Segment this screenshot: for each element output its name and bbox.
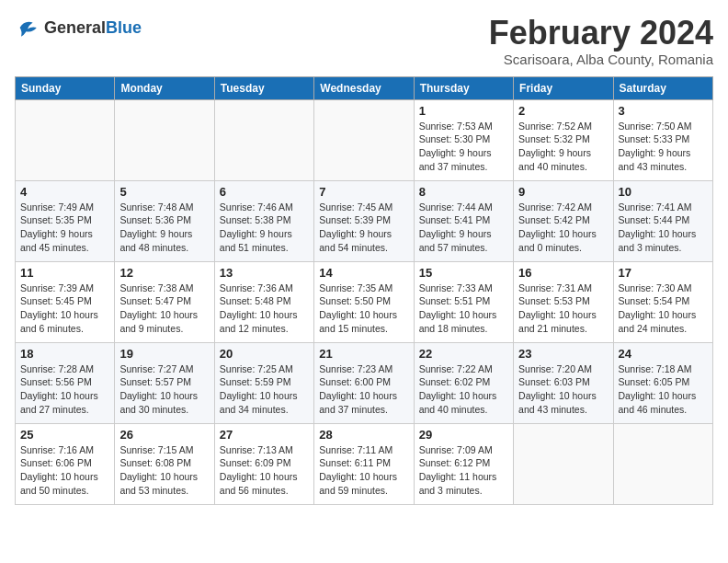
day-info: Sunrise: 7:11 AMSunset: 6:11 PMDaylight:… xyxy=(319,443,408,498)
day-number: 5 xyxy=(119,185,209,199)
calendar-cell: 24Sunrise: 7:18 AMSunset: 6:05 PMDayligh… xyxy=(613,342,712,423)
weekday-header-monday: Monday xyxy=(115,76,214,99)
day-info: Sunrise: 7:16 AMSunset: 6:06 PMDaylight:… xyxy=(20,443,109,498)
day-number: 12 xyxy=(119,266,209,280)
day-info: Sunrise: 7:15 AMSunset: 6:08 PMDaylight:… xyxy=(119,443,209,498)
logo-general: General xyxy=(44,18,106,38)
calendar-cell: 22Sunrise: 7:22 AMSunset: 6:02 PMDayligh… xyxy=(414,342,513,423)
day-number: 10 xyxy=(619,185,708,199)
calendar-cell: 11Sunrise: 7:39 AMSunset: 5:45 PMDayligh… xyxy=(16,261,115,342)
day-number: 18 xyxy=(20,347,109,361)
calendar-cell: 28Sunrise: 7:11 AMSunset: 6:11 PMDayligh… xyxy=(314,423,414,504)
calendar-cell: 10Sunrise: 7:41 AMSunset: 5:44 PMDayligh… xyxy=(613,180,712,261)
calendar-cell: 17Sunrise: 7:30 AMSunset: 5:54 PMDayligh… xyxy=(613,261,712,342)
title-section: February 2024 Scarisoara, Alba County, R… xyxy=(489,15,713,67)
day-info: Sunrise: 7:33 AMSunset: 5:51 PMDaylight:… xyxy=(419,282,508,336)
day-number: 1 xyxy=(419,104,508,118)
calendar-cell: 8Sunrise: 7:44 AMSunset: 5:41 PMDaylight… xyxy=(414,180,513,261)
day-number: 7 xyxy=(319,185,408,199)
day-number: 23 xyxy=(518,347,608,361)
day-number: 3 xyxy=(619,104,708,118)
day-info: Sunrise: 7:28 AMSunset: 5:56 PMDaylight:… xyxy=(20,362,109,417)
day-info: Sunrise: 7:31 AMSunset: 5:53 PMDaylight:… xyxy=(518,282,608,336)
calendar-cell: 13Sunrise: 7:36 AMSunset: 5:48 PMDayligh… xyxy=(214,261,313,342)
day-info: Sunrise: 7:46 AMSunset: 5:38 PMDaylight:… xyxy=(220,201,309,255)
day-info: Sunrise: 7:50 AMSunset: 5:33 PMDaylight:… xyxy=(619,120,708,174)
calendar-cell xyxy=(514,423,613,504)
calendar-cell xyxy=(115,99,214,180)
day-number: 16 xyxy=(518,266,608,280)
calendar-cell: 23Sunrise: 7:20 AMSunset: 6:03 PMDayligh… xyxy=(514,342,613,423)
day-number: 25 xyxy=(20,428,109,442)
day-info: Sunrise: 7:52 AMSunset: 5:32 PMDaylight:… xyxy=(518,120,608,174)
calendar-cell xyxy=(314,99,414,180)
day-info: Sunrise: 7:39 AMSunset: 5:45 PMDaylight:… xyxy=(20,282,109,336)
calendar-cell xyxy=(16,99,115,180)
calendar-cell: 7Sunrise: 7:45 AMSunset: 5:39 PMDaylight… xyxy=(314,180,414,261)
calendar-cell: 2Sunrise: 7:52 AMSunset: 5:32 PMDaylight… xyxy=(514,99,613,180)
calendar-cell xyxy=(214,99,313,180)
calendar-cell: 27Sunrise: 7:13 AMSunset: 6:09 PMDayligh… xyxy=(214,423,313,504)
week-row-3: 11Sunrise: 7:39 AMSunset: 5:45 PMDayligh… xyxy=(16,261,713,342)
week-row-5: 25Sunrise: 7:16 AMSunset: 6:06 PMDayligh… xyxy=(16,423,713,504)
day-info: Sunrise: 7:44 AMSunset: 5:41 PMDaylight:… xyxy=(419,201,508,255)
calendar-cell: 20Sunrise: 7:25 AMSunset: 5:59 PMDayligh… xyxy=(214,342,313,423)
weekday-header-wednesday: Wednesday xyxy=(314,76,414,99)
day-info: Sunrise: 7:30 AMSunset: 5:54 PMDaylight:… xyxy=(619,282,708,336)
weekday-header-tuesday: Tuesday xyxy=(214,76,313,99)
weekday-header-thursday: Thursday xyxy=(414,76,513,99)
calendar-cell: 15Sunrise: 7:33 AMSunset: 5:51 PMDayligh… xyxy=(414,261,513,342)
calendar-cell: 5Sunrise: 7:48 AMSunset: 5:36 PMDaylight… xyxy=(115,180,214,261)
day-info: Sunrise: 7:48 AMSunset: 5:36 PMDaylight:… xyxy=(119,201,209,255)
day-number: 2 xyxy=(518,104,608,118)
calendar-cell: 26Sunrise: 7:15 AMSunset: 6:08 PMDayligh… xyxy=(115,423,214,504)
day-info: Sunrise: 7:22 AMSunset: 6:02 PMDaylight:… xyxy=(419,362,508,417)
day-info: Sunrise: 7:41 AMSunset: 5:44 PMDaylight:… xyxy=(619,201,708,255)
calendar-cell: 9Sunrise: 7:42 AMSunset: 5:42 PMDaylight… xyxy=(514,180,613,261)
location-title: Scarisoara, Alba County, Romania xyxy=(489,52,713,67)
day-number: 29 xyxy=(419,428,508,442)
calendar-cell: 29Sunrise: 7:09 AMSunset: 6:12 PMDayligh… xyxy=(414,423,513,504)
logo: GeneralBlue xyxy=(15,15,142,40)
day-number: 15 xyxy=(419,266,508,280)
day-info: Sunrise: 7:18 AMSunset: 6:05 PMDaylight:… xyxy=(619,362,708,417)
weekday-header-saturday: Saturday xyxy=(613,76,712,99)
month-title: February 2024 xyxy=(489,15,713,52)
day-info: Sunrise: 7:36 AMSunset: 5:48 PMDaylight:… xyxy=(220,282,309,336)
day-number: 28 xyxy=(319,428,408,442)
calendar-cell: 19Sunrise: 7:27 AMSunset: 5:57 PMDayligh… xyxy=(115,342,214,423)
day-number: 22 xyxy=(419,347,508,361)
calendar-cell: 16Sunrise: 7:31 AMSunset: 5:53 PMDayligh… xyxy=(514,261,613,342)
weekday-header-sunday: Sunday xyxy=(16,76,115,99)
calendar-cell: 1Sunrise: 7:53 AMSunset: 5:30 PMDaylight… xyxy=(414,99,513,180)
calendar-cell: 12Sunrise: 7:38 AMSunset: 5:47 PMDayligh… xyxy=(115,261,214,342)
logo-icon xyxy=(15,15,40,40)
calendar-cell: 6Sunrise: 7:46 AMSunset: 5:38 PMDaylight… xyxy=(214,180,313,261)
day-number: 26 xyxy=(119,428,209,442)
day-number: 21 xyxy=(319,347,408,361)
day-number: 6 xyxy=(220,185,309,199)
calendar-cell: 25Sunrise: 7:16 AMSunset: 6:06 PMDayligh… xyxy=(16,423,115,504)
day-info: Sunrise: 7:38 AMSunset: 5:47 PMDaylight:… xyxy=(119,282,209,336)
day-info: Sunrise: 7:25 AMSunset: 5:59 PMDaylight:… xyxy=(220,362,309,417)
day-number: 20 xyxy=(220,347,309,361)
day-info: Sunrise: 7:20 AMSunset: 6:03 PMDaylight:… xyxy=(518,362,608,417)
logo-blue: Blue xyxy=(106,18,142,38)
day-number: 9 xyxy=(518,185,608,199)
day-info: Sunrise: 7:23 AMSunset: 6:00 PMDaylight:… xyxy=(319,362,408,417)
weekday-header-friday: Friday xyxy=(514,76,613,99)
day-info: Sunrise: 7:45 AMSunset: 5:39 PMDaylight:… xyxy=(319,201,408,255)
day-number: 11 xyxy=(20,266,109,280)
calendar-cell: 4Sunrise: 7:49 AMSunset: 5:35 PMDaylight… xyxy=(16,180,115,261)
calendar-cell: 3Sunrise: 7:50 AMSunset: 5:33 PMDaylight… xyxy=(613,99,712,180)
day-number: 24 xyxy=(619,347,708,361)
day-info: Sunrise: 7:09 AMSunset: 6:12 PMDaylight:… xyxy=(419,443,508,498)
calendar-cell: 14Sunrise: 7:35 AMSunset: 5:50 PMDayligh… xyxy=(314,261,414,342)
day-number: 14 xyxy=(319,266,408,280)
week-row-1: 1Sunrise: 7:53 AMSunset: 5:30 PMDaylight… xyxy=(16,99,713,180)
day-info: Sunrise: 7:49 AMSunset: 5:35 PMDaylight:… xyxy=(20,201,109,255)
day-number: 19 xyxy=(119,347,209,361)
weekday-header-row: SundayMondayTuesdayWednesdayThursdayFrid… xyxy=(16,76,713,99)
day-info: Sunrise: 7:42 AMSunset: 5:42 PMDaylight:… xyxy=(518,201,608,255)
calendar-cell: 18Sunrise: 7:28 AMSunset: 5:56 PMDayligh… xyxy=(16,342,115,423)
